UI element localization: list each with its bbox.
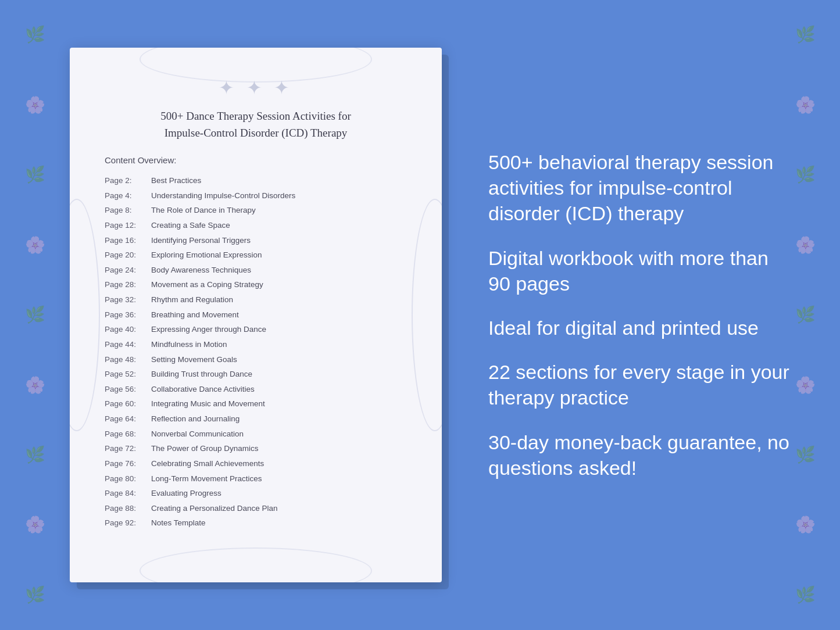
page-deco-right <box>412 199 442 431</box>
toc-item: Page 20:Exploring Emotional Expression <box>105 248 407 263</box>
toc-title: Evaluating Progress <box>151 489 221 497</box>
floral-sprig: 🌿 <box>795 25 816 45</box>
floral-sprig: 🌿 <box>25 25 45 45</box>
toc-item: Page 68:Nonverbal Communication <box>105 427 407 442</box>
feature-1: 500+ behavioral therapy session activiti… <box>488 149 793 227</box>
toc-item: Page 64:Reflection and Journaling <box>105 411 407 427</box>
toc-title: Understanding Impulse-Control Disorders <box>151 191 295 200</box>
toc-title: Collaborative Dance Activities <box>151 385 255 393</box>
floral-border-left: 🌿 🌸 🌿 🌸 🌿 🌸 🌿 🌸 🌿 <box>0 0 70 630</box>
feature-2: Digital workbook with more than 90 pages <box>488 245 793 296</box>
toc-item: Page 44:Mindfulness in Motion <box>105 337 407 352</box>
toc-title: Best Practices <box>151 176 201 185</box>
toc-item: Page 32:Rhythm and Regulation <box>105 292 407 307</box>
toc-item: Page 2:Best Practices <box>105 173 407 188</box>
toc-page-num: Page 52: <box>105 367 151 381</box>
toc-title: Breathing and Movement <box>151 310 239 319</box>
toc-title: Creating a Safe Space <box>151 221 230 230</box>
toc-page-num: Page 64: <box>105 412 151 426</box>
book-page: ✦ ✦ ✦ 500+ Dance Therapy Session Activit… <box>70 48 442 582</box>
toc-page-num: Page 16: <box>105 234 151 248</box>
toc-title: Rhythm and Regulation <box>151 295 233 304</box>
toc-page-num: Page 72: <box>105 442 151 456</box>
toc-item: Page 28:Movement as a Coping Strategy <box>105 277 407 292</box>
floral-sprig: 🌸 <box>795 515 816 535</box>
toc-item: Page 52:Building Trust through Dance <box>105 367 407 382</box>
floral-sprig: 🌿 <box>25 165 45 185</box>
toc-title: Creating a Personalized Dance Plan <box>151 504 278 513</box>
feature-3: Ideal for digital and printed use <box>488 315 793 341</box>
toc-title: Integrating Music and Movement <box>151 399 265 408</box>
toc-page-num: Page 92: <box>105 516 151 530</box>
right-panel: 500+ behavioral therapy session activiti… <box>465 126 840 504</box>
toc-item: Page 56:Collaborative Dance Activities <box>105 382 407 397</box>
toc-page-num: Page 84: <box>105 486 151 500</box>
toc-page-num: Page 80: <box>105 472 151 486</box>
toc-item: Page 84:Evaluating Progress <box>105 486 407 501</box>
toc-title: The Power of Group Dynamics <box>151 444 259 453</box>
page-deco-bottom <box>140 547 372 582</box>
toc-page-num: Page 28: <box>105 278 151 292</box>
toc-title: Identifying Personal Triggers <box>151 236 251 245</box>
toc-page-num: Page 48: <box>105 353 151 367</box>
toc-page-num: Page 56: <box>105 382 151 396</box>
toc-title: Notes Template <box>151 518 206 527</box>
toc-page-num: Page 32: <box>105 293 151 307</box>
toc-title: Setting Movement Goals <box>151 355 237 364</box>
toc-title: Body Awareness Techniques <box>151 266 251 274</box>
floral-sprig: 🌸 <box>25 375 45 395</box>
toc-page-num: Page 44: <box>105 338 151 352</box>
floral-sprig: 🌿 <box>25 305 45 325</box>
floral-sprig: 🌸 <box>795 95 816 115</box>
toc-title: Long-Term Movement Practices <box>151 474 262 483</box>
toc-title: Celebrating Small Achievements <box>151 459 264 468</box>
floral-sprig: 🌿 <box>25 585 45 605</box>
toc-page-num: Page 4: <box>105 189 151 203</box>
toc-title: Expressing Anger through Dance <box>151 325 266 334</box>
toc-title: Reflection and Journaling <box>151 414 240 423</box>
toc-page-num: Page 8: <box>105 203 151 217</box>
toc-title: The Role of Dance in Therapy <box>151 206 256 214</box>
floral-sprig: 🌿 <box>25 445 45 465</box>
floral-sprig: 🌿 <box>795 585 816 605</box>
toc-page-num: Page 12: <box>105 219 151 232</box>
toc-item: Page 48:Setting Movement Goals <box>105 352 407 367</box>
toc-item: Page 8:The Role of Dance in Therapy <box>105 203 407 218</box>
toc-item: Page 40:Expressing Anger through Dance <box>105 322 407 337</box>
toc-item: Page 60:Integrating Music and Movement <box>105 396 407 411</box>
toc-page-num: Page 68: <box>105 427 151 441</box>
book-wrapper: ✦ ✦ ✦ 500+ Dance Therapy Session Activit… <box>70 48 442 582</box>
toc-page-num: Page 88: <box>105 502 151 516</box>
toc-item: Page 12:Creating a Safe Space <box>105 218 407 233</box>
toc-page-num: Page 36: <box>105 308 151 322</box>
toc-item: Page 76:Celebrating Small Achievements <box>105 456 407 471</box>
toc-page-num: Page 20: <box>105 248 151 262</box>
floral-sprig: 🌸 <box>25 95 45 115</box>
floral-sprig: 🌸 <box>25 235 45 255</box>
feature-4: 22 sections for every stage in your ther… <box>488 359 793 410</box>
toc-item: Page 36:Breathing and Movement <box>105 307 407 323</box>
toc-item: Page 92:Notes Template <box>105 516 407 531</box>
toc-item: Page 16:Identifying Personal Triggers <box>105 233 407 248</box>
toc-title: Mindfulness in Motion <box>151 340 227 349</box>
toc-page-num: Page 24: <box>105 263 151 277</box>
content-overview-label: Content Overview: <box>105 155 407 165</box>
toc-title: Exploring Emotional Expression <box>151 250 262 259</box>
feature-5: 30-day money-back guarantee, no question… <box>488 429 793 481</box>
toc-title: Nonverbal Communication <box>151 429 244 438</box>
floral-sprig: 🌸 <box>25 515 45 535</box>
toc-page-num: Page 60: <box>105 397 151 411</box>
toc-item: Page 24:Body Awareness Techniques <box>105 263 407 278</box>
toc-item: Page 4:Understanding Impulse-Control Dis… <box>105 188 407 203</box>
toc-title: Building Trust through Dance <box>151 370 252 378</box>
toc-page-num: Page 2: <box>105 174 151 188</box>
book-title: 500+ Dance Therapy Session Activities fo… <box>105 108 407 141</box>
toc-item: Page 80:Long-Term Movement Practices <box>105 471 407 486</box>
toc-page-num: Page 76: <box>105 457 151 471</box>
table-of-contents: Page 2:Best PracticesPage 4:Understandin… <box>105 173 407 531</box>
toc-page-num: Page 40: <box>105 323 151 337</box>
toc-item: Page 72:The Power of Group Dynamics <box>105 441 407 456</box>
toc-title: Movement as a Coping Strategy <box>151 280 263 289</box>
page-deco-left <box>70 199 100 431</box>
toc-item: Page 88:Creating a Personalized Dance Pl… <box>105 501 407 516</box>
